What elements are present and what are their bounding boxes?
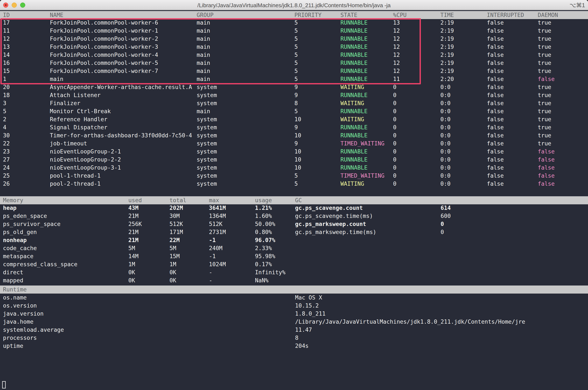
thread-cell-interrupted: false — [487, 155, 504, 164]
thread-cell-interrupted: false — [487, 19, 504, 27]
thread-cell-name: Attach Listener — [50, 91, 101, 99]
memory-cell-usage: 96.07% — [255, 236, 275, 244]
thread-cell-id: 12 — [3, 35, 10, 43]
thread-cell-name: Reference Handler — [50, 115, 107, 123]
window-title: /Library/Java/JavaVirtualMachines/jdk1.8… — [42, 0, 546, 10]
memory-row: nonheap21M22M-196.07% — [0, 236, 588, 244]
runtime-header: Runtime — [0, 286, 588, 293]
thread-cell-priority: 5 — [294, 51, 298, 59]
thread-cell-state: TIMED_WAITING — [341, 172, 384, 180]
thread-cell-interrupted: false — [487, 43, 504, 51]
thread-cell-priority: 5 — [294, 59, 298, 67]
thread-cell-id: 25 — [3, 172, 10, 180]
memory-cell-usage: NaN% — [255, 276, 269, 285]
thread-cell-state: WAITING — [341, 180, 364, 188]
thread-cell-id: 23 — [3, 147, 10, 155]
thread-cell-id: 20 — [3, 83, 10, 91]
thread-cell-priority: 8 — [294, 99, 298, 107]
thread-cell-group: main — [197, 35, 210, 43]
terminal-screen[interactable]: IDNAMEGROUPPRIORITYSTATE%CPUTIMEINTERRUP… — [0, 10, 588, 390]
memory-cell-total: 0K — [170, 268, 176, 276]
thread-cell-name: ForkJoinPool.commonPool-worker-4 — [50, 51, 158, 59]
thread-row: 15ForkJoinPool.commonPool-worker-7main5R… — [0, 67, 588, 75]
memory-row: compressed_class_space1M1M1024M0.17% — [0, 260, 588, 268]
thread-cell-name: ForkJoinPool.commonPool-worker-3 — [50, 43, 158, 51]
thread-cell-time: 2:19 — [440, 51, 454, 59]
runtime-cell-label: os.name — [3, 293, 27, 302]
thread-cell-group: system — [197, 140, 217, 147]
gc-row: gc.ps_marksweep.time(ms)0 — [0, 228, 588, 236]
memory-table-header: MemoryusedtotalmaxusageGC — [0, 196, 588, 204]
thread-cell-id: 27 — [3, 155, 10, 164]
close-button[interactable] — [3, 2, 8, 8]
title-bar[interactable]: /Library/Java/JavaVirtualMachines/jdk1.8… — [0, 0, 588, 10]
thread-cell-cpu: 12 — [393, 67, 400, 75]
thread-cell-time: 0:0 — [440, 91, 451, 99]
minimize-button[interactable] — [12, 2, 17, 8]
thread-cell-priority: 9 — [294, 123, 298, 131]
thread-cell-daemon: true — [538, 19, 551, 27]
thread-cell-id: 14 — [3, 51, 10, 59]
thread-cell-group: main — [197, 75, 210, 83]
thread-cell-daemon: true — [538, 43, 551, 51]
thread-cell-daemon: true — [538, 115, 551, 123]
memory-cell-label: nonheap — [3, 236, 27, 244]
thread-cell-priority: 5 — [294, 172, 298, 180]
memory-col-header: max — [209, 196, 219, 204]
memory-col-header: usage — [255, 196, 272, 204]
thread-cell-daemon: false — [538, 180, 555, 188]
thread-row: 17ForkJoinPool.commonPool-worker-6main5R… — [0, 19, 588, 27]
memory-row: metaspace14M15M-195.98% — [0, 252, 588, 260]
memory-cell-used: 1M — [128, 260, 135, 268]
gc-row: gc.ps_scavenge.count614 — [0, 204, 588, 212]
memory-cell-label: code_cache — [3, 244, 37, 252]
thread-cell-state: RUNNABLE — [341, 164, 368, 172]
thread-cell-state: RUNNABLE — [341, 43, 368, 51]
gc-cell-value: 614 — [441, 204, 451, 212]
thread-cell-cpu: 0 — [393, 147, 397, 155]
runtime-cell-label: os.version — [3, 302, 37, 310]
thread-cell-interrupted: false — [487, 83, 504, 91]
thread-cell-priority: 9 — [294, 91, 298, 99]
thread-cell-priority: 10 — [294, 155, 301, 164]
thread-cell-state: TIMED_WAITING — [341, 140, 384, 147]
thread-cell-cpu: 0 — [393, 123, 397, 131]
thread-cell-interrupted: false — [487, 51, 504, 59]
thread-row: 4Signal Dispatchersystem9RUNNABLE00:0fal… — [0, 123, 588, 131]
thread-table-header: IDNAMEGROUPPRIORITYSTATE%CPUTIMEINTERRUP… — [0, 11, 588, 19]
thread-col-header: ID — [3, 11, 10, 19]
thread-cell-priority: 5 — [294, 35, 298, 43]
thread-cell-interrupted: false — [487, 164, 504, 172]
thread-cell-name: Monitor Ctrl-Break — [50, 107, 111, 115]
runtime-cell-label: java.version — [3, 310, 44, 318]
thread-cell-time: 0:0 — [440, 99, 451, 107]
thread-cell-priority: 5 — [294, 19, 298, 27]
thread-row: 1mainmain5RUNNABLE112:20falsefalse — [0, 75, 588, 83]
thread-cell-interrupted: false — [487, 180, 504, 188]
gc-cell-label: gc.ps_scavenge.count — [295, 204, 363, 212]
thread-cell-daemon: true — [538, 123, 551, 131]
thread-cell-id: 24 — [3, 164, 10, 172]
memory-cell-label: metaspace — [3, 252, 34, 260]
thread-cell-state: RUNNABLE — [341, 59, 368, 67]
runtime-row: processors8 — [0, 334, 588, 342]
thread-cell-state: RUNNABLE — [341, 75, 368, 83]
thread-cell-time: 0:0 — [440, 155, 451, 164]
memory-cell-used: 0K — [128, 268, 135, 276]
memory-cell-usage: 95.98% — [255, 252, 275, 260]
gc-row: gc.ps_scavenge.time(ms)600 — [0, 212, 588, 220]
thread-col-header: %CPU — [393, 11, 407, 19]
thread-cell-cpu: 12 — [393, 51, 400, 59]
memory-cell-total: 15M — [170, 252, 180, 260]
thread-cell-name: Timer-for-arthas-dashboard-33f0d0dd-7c50… — [50, 131, 192, 140]
thread-cell-interrupted: false — [487, 59, 504, 67]
thread-cell-priority: 9 — [294, 140, 298, 147]
thread-cell-cpu: 11 — [393, 75, 400, 83]
runtime-cell-label: java.home — [3, 318, 34, 326]
thread-row: 11ForkJoinPool.commonPool-worker-1main5R… — [0, 27, 588, 35]
memory-cell-label: direct — [3, 268, 23, 276]
thread-cell-state: WAITING — [341, 99, 364, 107]
zoom-button[interactable] — [20, 2, 25, 8]
thread-cell-id: 13 — [3, 43, 10, 51]
runtime-cell-value: 11.47 — [295, 326, 312, 334]
